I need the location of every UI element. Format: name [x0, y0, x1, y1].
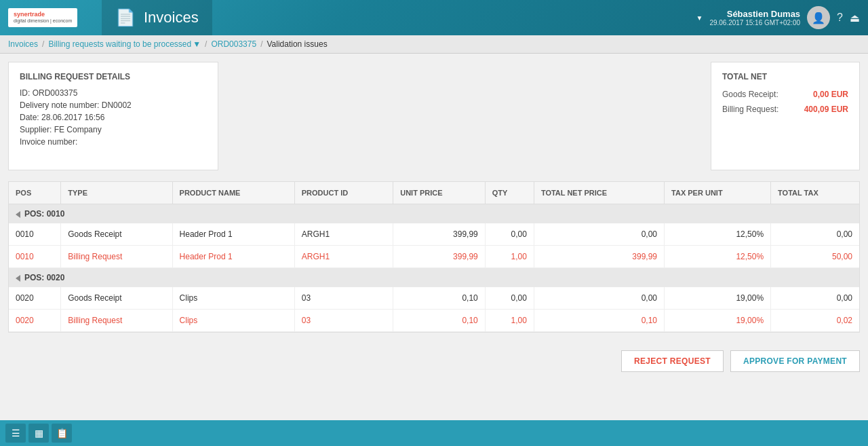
logo: synertrade digital dimension | econcom [8, 8, 77, 26]
col-type: TYPE [61, 182, 172, 204]
col-pos: POS [9, 182, 61, 204]
table-cell: Clips [172, 310, 294, 332]
logo-line2: digital dimension | econcom [14, 18, 72, 24]
table-cell: 03 [294, 287, 393, 310]
table-cell: 0010 [9, 246, 61, 268]
table-cell: 03 [294, 310, 393, 332]
table-group-header: POS: 0020 [9, 268, 859, 288]
table-body: POS: 00100010Goods ReceiptHeader Prod 1A… [9, 204, 859, 332]
header-right: ▼ Sébastien Dumas 29.06.2017 15:16 GMT+0… [696, 6, 860, 29]
goods-receipt-row: Goods Receipt: 0,00 EUR [722, 90, 848, 99]
col-total-tax: TOTAL TAX [771, 182, 859, 204]
table-header: POS TYPE PRODUCT NAME PRODUCT ID UNIT PR… [9, 182, 859, 204]
app-header: synertrade digital dimension | econcom 📄… [0, 0, 868, 35]
logo-area: synertrade digital dimension | econcom [8, 8, 96, 26]
page-title: Invoices [144, 9, 199, 26]
table-cell: 0,10 [393, 287, 486, 310]
breadcrumb-invoices[interactable]: Invoices [8, 39, 38, 49]
total-net-card: TOTAL NET Goods Receipt: 0,00 EUR Billin… [711, 62, 860, 170]
total-net-title: TOTAL NET [722, 72, 848, 81]
billing-details-card: BILLING REQUEST DETAILS ID: ORD003375 De… [8, 62, 218, 170]
billing-details-title: BILLING REQUEST DETAILS [20, 72, 207, 81]
table-cell: 50,00 [771, 246, 859, 268]
table-cell: 399,99 [393, 223, 486, 246]
detail-id: ID: ORD003375 [20, 88, 207, 98]
table-cell: 0,00 [485, 287, 534, 310]
collapse-icon[interactable] [16, 275, 20, 282]
detail-date: Date: 28.06.2017 16:56 [20, 113, 207, 122]
table-cell: 399,99 [393, 246, 486, 268]
table-cell: 0,00 [534, 287, 664, 310]
breadcrumb-order[interactable]: ORD003375 [211, 39, 256, 49]
page-icon: 📄 [115, 8, 136, 27]
table-group-header: POS: 0010 [9, 204, 859, 224]
goods-receipt-value: 0,00 EUR [813, 90, 848, 99]
billing-request-label: Billing Request: [722, 105, 778, 114]
breadcrumb-billing-requests[interactable]: Billing requests waiting to be processed… [48, 39, 201, 49]
top-section: BILLING REQUEST DETAILS ID: ORD003375 De… [8, 62, 860, 170]
table-row: 0010Goods ReceiptHeader Prod 1ARGH1399,9… [9, 223, 859, 246]
user-info: Sébastien Dumas 29.06.2017 15:16 GMT+02:… [709, 9, 800, 26]
col-unit-price: UNIT PRICE [393, 182, 486, 204]
table-cell: 0020 [9, 287, 61, 310]
table-cell: Goods Receipt [61, 223, 172, 246]
group-header-label: POS: 0010 [9, 204, 859, 224]
detail-invoice: Invoice number: [20, 137, 207, 147]
help-icon[interactable]: ? [837, 12, 843, 24]
breadcrumb-sep-2: / [205, 39, 207, 49]
avatar[interactable]: 👤 [807, 6, 830, 29]
table-cell: 1,00 [485, 246, 534, 268]
table-header-row: POS TYPE PRODUCT NAME PRODUCT ID UNIT PR… [9, 182, 859, 204]
page-title-area: 📄 Invoices [102, 0, 212, 35]
logo-line1: synertrade [14, 11, 72, 18]
table-cell: Clips [172, 287, 294, 310]
data-table-container: POS TYPE PRODUCT NAME PRODUCT ID UNIT PR… [8, 181, 860, 333]
reject-button[interactable]: REJECT REQUEST [621, 350, 724, 372]
table-cell: 0,10 [534, 310, 664, 332]
breadcrumb-sep-1: / [42, 39, 44, 49]
detail-supplier: Supplier: FE Company [20, 125, 207, 134]
billing-request-value: 400,09 EUR [804, 105, 848, 114]
table-cell: 0,10 [393, 310, 486, 332]
user-dropdown-icon[interactable]: ▼ [696, 14, 703, 22]
data-table: POS TYPE PRODUCT NAME PRODUCT ID UNIT PR… [9, 182, 859, 332]
col-product-name: PRODUCT NAME [172, 182, 294, 204]
col-total-net-price: TOTAL NET PRICE [534, 182, 664, 204]
col-tax-per-unit: TAX PER UNIT [665, 182, 771, 204]
table-row: 0020Goods ReceiptClips030,100,000,0019,0… [9, 287, 859, 310]
user-name: Sébastien Dumas [709, 9, 800, 19]
main-content: BILLING REQUEST DETAILS ID: ORD003375 De… [0, 54, 868, 341]
breadcrumb: Invoices / Billing requests waiting to b… [0, 35, 868, 54]
table-cell: Goods Receipt [61, 287, 172, 310]
table-cell: 0,00 [771, 287, 859, 310]
table-cell: Header Prod 1 [172, 246, 294, 268]
table-row: 0010Billing RequestHeader Prod 1ARGH1399… [9, 246, 859, 268]
table-cell: Billing Request [61, 310, 172, 332]
user-time: 29.06.2017 15:16 GMT+02:00 [709, 19, 800, 26]
billing-request-row: Billing Request: 400,09 EUR [722, 105, 848, 114]
table-cell: ARGH1 [294, 246, 393, 268]
table-cell: 0,02 [771, 310, 859, 332]
table-cell: 399,99 [534, 246, 664, 268]
table-cell: 0020 [9, 310, 61, 332]
logout-icon[interactable]: ⏏ [850, 12, 860, 24]
table-cell: 12,50% [665, 246, 771, 268]
detail-delivery: Delivery note number: DN0002 [20, 100, 207, 110]
col-qty: QTY [485, 182, 534, 204]
table-cell: ARGH1 [294, 223, 393, 246]
group-header-label: POS: 0020 [9, 268, 859, 288]
breadcrumb-sep-3: / [260, 39, 262, 49]
breadcrumb-current: Validation issues [267, 39, 327, 49]
table-cell: 0010 [9, 223, 61, 246]
approve-button[interactable]: APPROVE FOR PAYMENT [730, 350, 860, 372]
table-cell: 19,00% [665, 310, 771, 332]
col-product-id: PRODUCT ID [294, 182, 393, 204]
table-cell: 1,00 [485, 310, 534, 332]
table-row: 0020Billing RequestClips030,101,000,1019… [9, 310, 859, 332]
table-cell: Header Prod 1 [172, 223, 294, 246]
collapse-icon[interactable] [16, 211, 20, 218]
goods-receipt-label: Goods Receipt: [722, 90, 778, 99]
table-cell: 0,00 [771, 223, 859, 246]
table-cell: 19,00% [665, 287, 771, 310]
footer-buttons: REJECT REQUEST APPROVE FOR PAYMENT [0, 341, 868, 382]
